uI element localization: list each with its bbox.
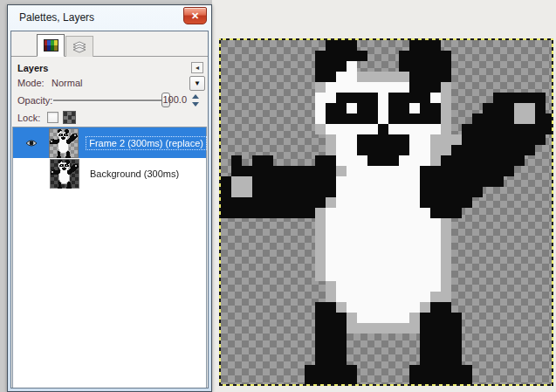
spin-up-icon[interactable] <box>192 94 199 99</box>
mode-value[interactable]: Normal <box>51 78 82 88</box>
layer-boundary-left <box>219 38 221 386</box>
background-thumbnail-art <box>51 160 79 189</box>
opacity-slider-trough[interactable] <box>53 100 171 101</box>
window-title: Palettes, Layers <box>19 11 94 24</box>
lock-alpha-icon[interactable] <box>63 111 76 124</box>
lock-label: Lock: <box>17 113 40 123</box>
dialog-body: Layers ◂ Mode: Normal ▼ Opacity: 100.0 L… <box>10 31 209 389</box>
lock-pixels-checkbox[interactable] <box>47 112 58 123</box>
dockable-tab-bar <box>11 31 208 57</box>
spin-down-icon[interactable] <box>192 102 199 107</box>
palettes-layers-dialog: Palettes, Layers ✕ Layers ◂ Mode: Normal… <box>7 4 212 392</box>
opacity-spinner[interactable] <box>192 94 200 107</box>
mode-label: Mode: <box>17 78 45 88</box>
opacity-label: Opacity: <box>17 95 52 106</box>
panel-header: Layers <box>17 63 48 73</box>
layer-thumbnail[interactable] <box>49 128 79 158</box>
tab-palettes[interactable] <box>37 34 65 57</box>
close-button[interactable]: ✕ <box>183 7 207 24</box>
panda-pixel-art[interactable] <box>221 40 552 384</box>
opacity-value[interactable]: 100.0 <box>162 94 187 105</box>
visibility-cell[interactable] <box>13 139 49 148</box>
layer-boundary-top <box>219 38 553 40</box>
layer-thumbnail[interactable] <box>50 159 79 189</box>
eye-icon[interactable] <box>25 139 38 148</box>
palette-icon <box>44 39 58 52</box>
titlebar[interactable]: Palettes, Layers ✕ <box>8 5 211 30</box>
image-window-canvas-area <box>212 0 556 392</box>
layer-name[interactable]: Background (300ms) <box>87 168 182 180</box>
layer-boundary-bottom <box>219 384 553 386</box>
tab-layers[interactable] <box>65 36 93 57</box>
layers-icon <box>72 41 87 53</box>
layer-row-frame2[interactable]: Frame 2 (300ms) (replace) <box>13 127 206 158</box>
layer-list: Frame 2 (300ms) (replace) Background (30… <box>12 127 207 388</box>
layer-name[interactable]: Frame 2 (300ms) (replace) <box>86 137 206 149</box>
frame2-thumbnail-art <box>50 129 78 158</box>
tab-menu-button[interactable]: ◂ <box>191 62 203 73</box>
layer-row-background[interactable]: Background (300ms) <box>13 158 206 189</box>
layer-boundary-right <box>552 38 553 386</box>
mode-dropdown-button[interactable]: ▼ <box>189 76 205 91</box>
image-canvas[interactable] <box>221 40 552 384</box>
